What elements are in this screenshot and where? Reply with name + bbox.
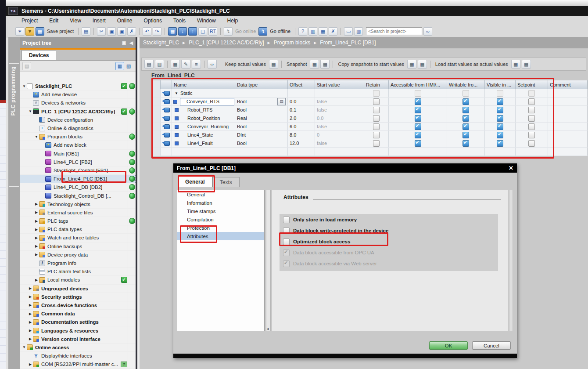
dialog-nav-general[interactable]: General — [177, 190, 264, 199]
tree-item-plc-data-types[interactable]: ▶PLC data types — [20, 225, 136, 234]
save-project-icon[interactable]: ▦ — [36, 27, 44, 36]
attribute-checkbox[interactable] — [283, 217, 290, 223]
menu-options[interactable]: Options — [144, 18, 162, 24]
checkbox-hmi[interactable] — [415, 132, 421, 138]
search-in-project-icon[interactable]: ∞ — [423, 27, 432, 36]
details-view-icon[interactable]: ▦ — [115, 62, 124, 70]
name-edit-cell[interactable]: Conveyor_RTS — [180, 98, 234, 105]
table-row-robot_position[interactable]: Robot_PositionReal2.00.0 — [152, 114, 588, 123]
tree-item-online-backups[interactable]: ▶Online backups — [20, 242, 136, 251]
checkbox-visible[interactable] — [497, 98, 503, 105]
table-row-robot_rts[interactable]: Robot_RTSBool0.1false — [152, 106, 588, 114]
expander-icon[interactable]: ▶ — [28, 286, 33, 290]
add-row-below-icon[interactable]: ▥ — [155, 60, 164, 69]
collapse-panel-icon[interactable]: ◀ — [129, 40, 133, 45]
tree-item-from-line4-plc-db1[interactable]: From_Line4_PLC [DB1] — [20, 175, 136, 183]
column-header-visible-in[interactable]: Visible in ... — [485, 80, 516, 89]
checkbox-setpoint[interactable] — [528, 107, 535, 113]
dialog-nav-protection[interactable]: Protection — [177, 224, 264, 232]
refresh-view-icon[interactable]: ▧ — [124, 62, 133, 70]
compile-icon[interactable]: ▦ — [168, 27, 177, 36]
split-editor-vertical-icon[interactable]: ▥ — [354, 27, 363, 36]
tree-item-stacklight-control-fb1[interactable]: Stacklight_Control [FB1] — [20, 166, 136, 175]
initialize-setpoints-icon[interactable]: ✎ — [181, 60, 190, 69]
expander-icon[interactable]: ▶ — [34, 202, 39, 206]
column-header-writable-fro[interactable]: Writable fro... — [447, 80, 485, 89]
data-type-selector-button[interactable]: ▤ — [277, 98, 286, 105]
tree-item-devices-networks[interactable]: #Devices & networks — [20, 99, 136, 107]
expander-icon[interactable]: ▼ — [22, 84, 27, 88]
expander-icon[interactable]: ▶ — [34, 253, 39, 257]
tree-item-languages-resources[interactable]: ▶Languages & resources — [20, 326, 136, 335]
column-header-retain[interactable]: Retain — [364, 80, 389, 89]
upload-from-device-icon[interactable]: ↑ — [188, 27, 197, 36]
tree-item-ungrouped-devices[interactable]: ▶Ungrouped devices — [20, 285, 136, 293]
dialog-tab-texts[interactable]: Texts — [212, 177, 240, 187]
dialog-nav-compilation[interactable]: Compilation — [177, 215, 264, 224]
tree-item-line4-plc-db-db2[interactable]: Line4_PLC_DB [DB2] — [20, 183, 136, 192]
tree-item-plc-tags[interactable]: ▶PLC tags — [20, 217, 136, 225]
start-simulation-icon[interactable]: ✗ — [329, 27, 337, 36]
snapshot-icon-2[interactable]: ▦ — [320, 60, 330, 69]
group-expander-icon[interactable]: ▼ — [175, 91, 178, 95]
expander-icon[interactable]: ▼ — [34, 135, 39, 139]
checkbox-writable[interactable] — [463, 123, 469, 130]
new-project-icon[interactable]: ✶ — [15, 27, 24, 36]
tree-item-online-access[interactable]: ▼Online access — [20, 344, 136, 352]
expander-icon[interactable]: ▶ — [28, 329, 33, 333]
online-diagnostics-icon[interactable]: ? — [298, 27, 307, 36]
tree-item-device-proxy-data[interactable]: ▶Device proxy data — [20, 251, 136, 259]
dialog-nav-attributes[interactable]: Attributes — [177, 232, 264, 240]
keep-actual-values-label[interactable]: Keep actual values — [225, 62, 266, 67]
attribute-checkbox[interactable] — [283, 239, 290, 245]
checkbox-visible[interactable] — [497, 115, 503, 122]
checkbox-setpoint[interactable] — [528, 140, 535, 147]
tree-item-cross-device-functions[interactable]: ▶Cross-device functions — [20, 301, 136, 310]
tree-item-add-new-device[interactable]: *Add new device — [20, 90, 136, 99]
open-project-icon[interactable]: ▼ — [25, 27, 34, 36]
expander-icon[interactable]: ▶ — [34, 236, 39, 240]
expander-icon[interactable]: ▼ — [28, 109, 33, 113]
checkbox-retain[interactable] — [373, 107, 380, 113]
menu-project[interactable]: Project — [22, 18, 38, 24]
print-icon[interactable]: ▤ — [82, 27, 90, 36]
tree-item-add-new-block[interactable]: *Add new block — [20, 141, 136, 149]
delete-icon[interactable]: ✗ — [127, 27, 136, 36]
checkbox-visible[interactable] — [497, 140, 503, 147]
copy-snapshots-label[interactable]: Copy snapshots to start values — [338, 62, 404, 67]
table-row-conveyor_running[interactable]: Conveyor_RunningBool6.0false — [152, 123, 588, 131]
go-online-icon[interactable]: ↯ — [224, 27, 233, 36]
table-row-static[interactable]: ▼Static — [152, 89, 588, 98]
expander-icon[interactable]: ▶ — [34, 278, 39, 282]
dialog-title-bar[interactable]: From_Line4_PLC [DB1] ✕ — [173, 163, 517, 173]
load-start-values-icon-2[interactable]: ▦ — [522, 60, 531, 69]
stop-runtime-icon[interactable]: RT — [208, 27, 217, 36]
dialog-tab-general[interactable]: General — [178, 176, 212, 187]
expander-icon[interactable]: ▶ — [28, 337, 33, 341]
menu-view[interactable]: View — [70, 18, 81, 24]
checkbox-hmi[interactable] — [415, 123, 421, 130]
column-header-offset[interactable]: Offset — [288, 80, 315, 89]
breadcrumb-item-3[interactable]: Program blocks — [274, 40, 310, 46]
tree-item-display-hide-interfaces[interactable]: YDisplay/hide interfaces — [20, 352, 136, 360]
close-icon[interactable]: ✕ — [509, 165, 513, 171]
snapshot-label[interactable]: Snapshot — [287, 62, 307, 67]
checkbox-retain[interactable] — [373, 140, 380, 147]
dialog-scrollbar[interactable] — [509, 190, 513, 331]
checkbox-hmi[interactable] — [415, 140, 421, 147]
go-offline-label[interactable]: Go offline — [270, 29, 290, 34]
tree-item-program-info[interactable]: iProgram info — [20, 259, 136, 268]
column-header-comment[interactable]: Comment — [548, 80, 588, 89]
expand-all-icon[interactable]: ≡ — [192, 60, 201, 69]
checkbox-hmi[interactable] — [415, 107, 421, 113]
checkbox-hmi[interactable] — [415, 98, 421, 105]
cross-references-icon[interactable]: ▦ — [319, 27, 327, 36]
go-online-label[interactable]: Go online — [235, 29, 256, 34]
device-overview-icon[interactable]: ▤ — [22, 62, 31, 70]
tree-item-plc-1-cpu-1212c-ac-dc-rly[interactable]: ▼PLC_1 [CPU 1212C AC/DC/Rly]✔ — [20, 108, 136, 116]
checkbox-retain[interactable] — [373, 115, 380, 122]
expander-icon[interactable]: ▶ — [28, 362, 33, 366]
dialog-nav-time-stamps[interactable]: Time stamps — [177, 207, 264, 215]
accessible-devices-icon[interactable]: ▥ — [308, 27, 317, 36]
expander-icon[interactable]: ▶ — [28, 312, 33, 316]
